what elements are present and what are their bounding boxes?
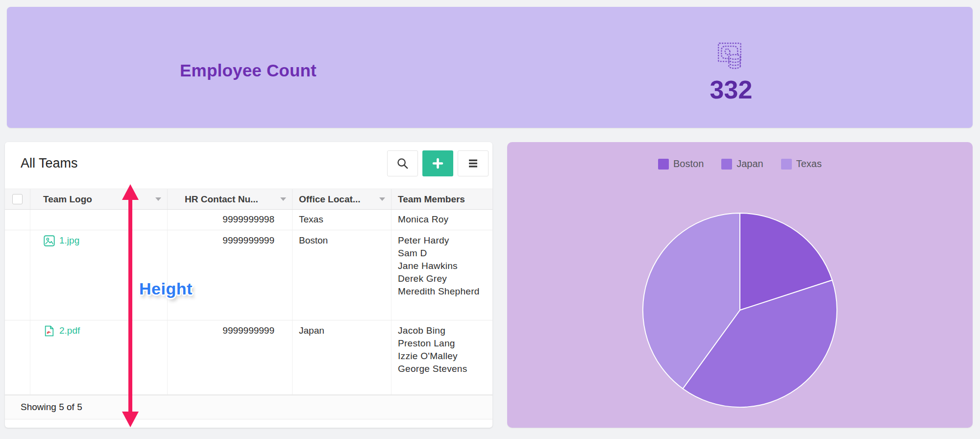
table-row[interactable]: 9999999998TexasMonica Roy	[5, 210, 492, 230]
column-label: HR Contact Nu...	[185, 194, 258, 205]
pie-chart-panel: BostonJapanTexas	[507, 142, 973, 428]
height-arrow-shaft	[128, 198, 132, 413]
table-header-row: Team LogoHR Contact Nu...Office Locat...…	[5, 189, 492, 210]
chart-legend: BostonJapanTexas	[507, 158, 973, 170]
member-name: Izzie O'Malley	[398, 350, 492, 363]
table-body: 9999999998TexasMonica Roy1.jpg9999999999…	[5, 210, 492, 395]
height-annotation-label: Height	[139, 279, 193, 298]
employee-count-title: Employee Count	[7, 7, 490, 128]
office-location-cell: Texas	[293, 210, 392, 230]
file-name: 2.pdf	[59, 324, 80, 337]
member-name: Sam D	[398, 247, 492, 260]
member-name: Meredith Shepherd	[398, 285, 492, 298]
team-logo-cell	[30, 210, 168, 230]
hr-contact-cell: 9999999999	[168, 320, 293, 394]
employee-count-value-group: 332	[490, 7, 973, 128]
team-logo-cell: 2.pdf	[30, 320, 168, 394]
file-name: 1.jpg	[59, 234, 79, 247]
sort-caret-icon[interactable]	[280, 197, 286, 201]
table-row[interactable]: 2.pdf9999999999JapanJacob BingPreston La…	[5, 320, 492, 395]
menu-icon	[466, 157, 480, 170]
office-location-cell: Japan	[293, 320, 392, 394]
column-header-team-members[interactable]: Team Members	[392, 189, 492, 209]
office-location-cell: Boston	[293, 230, 392, 320]
member-name: Preston Lang	[398, 337, 492, 350]
all-teams-table-card: All Teams Team LogoHR Contact Nu...Offic…	[5, 142, 492, 428]
plus-icon	[431, 157, 444, 170]
member-name: Derek Grey	[398, 272, 492, 285]
legend-label: Boston	[673, 158, 704, 170]
table-title: All Teams	[21, 156, 78, 171]
hr-contact-cell: 9999999999	[168, 230, 293, 320]
legend-label: Texas	[796, 158, 822, 170]
sort-caret-icon[interactable]	[155, 197, 161, 201]
legend-item-japan[interactable]: Japan	[721, 158, 763, 170]
table-row[interactable]: 1.jpg9999999999BostonPeter HardySam DJan…	[5, 230, 492, 320]
select-all-checkbox[interactable]	[12, 194, 23, 204]
team-members-cell: Jacob BingPreston LangIzzie O'MalleyGeor…	[392, 320, 492, 394]
legend-swatch	[721, 159, 732, 170]
member-name: Jacob Bing	[398, 324, 492, 337]
dashboard-page: { "colors": { "accent_teal": "#2dbe97", …	[0, 0, 980, 439]
legend-swatch	[658, 159, 669, 170]
column-label: Team Members	[398, 194, 465, 205]
legend-label: Japan	[736, 158, 763, 170]
sort-caret-icon[interactable]	[379, 197, 385, 201]
employee-count-value: 332	[710, 75, 753, 104]
hr-contact-cell: 9999999998	[168, 210, 293, 230]
search-icon	[396, 157, 409, 170]
row-checkbox-cell	[5, 230, 30, 320]
team-logo-cell: 1.jpg	[30, 230, 168, 320]
search-button[interactable]	[387, 150, 418, 176]
row-count-label: Showing 5 of 5	[21, 402, 82, 413]
column-label: Team Logo	[43, 194, 92, 205]
column-header-team-logo[interactable]: Team Logo	[30, 189, 168, 209]
table-footer: Showing 5 of 5	[5, 395, 492, 419]
member-name: Peter Hardy	[398, 234, 492, 247]
column-header-office-locat[interactable]: Office Locat...	[293, 189, 392, 209]
pie-chart	[638, 208, 842, 412]
pdf-file-icon	[43, 325, 55, 337]
row-checkbox-cell	[5, 320, 30, 394]
member-name: Monica Roy	[398, 213, 492, 226]
member-name: Jane Hawkins	[398, 260, 492, 272]
legend-swatch	[781, 159, 792, 170]
team-members-cell: Monica Roy	[392, 210, 492, 230]
team-logo-link[interactable]: 1.jpg	[43, 234, 167, 247]
column-label: Office Locat...	[299, 194, 361, 205]
column-header-hr-contact-nu[interactable]: HR Contact Nu...	[168, 189, 293, 209]
money-icon	[717, 40, 745, 70]
legend-item-boston[interactable]: Boston	[658, 158, 704, 170]
row-checkbox-cell	[5, 210, 30, 230]
table-toolbar	[387, 150, 489, 176]
menu-button[interactable]	[458, 150, 489, 176]
employee-count-card: Employee Count 332	[7, 7, 973, 128]
member-name: George Stevens	[398, 363, 492, 375]
team-members-cell: Peter HardySam DJane HawkinsDerek GreyMe…	[392, 230, 492, 320]
add-record-button[interactable]	[422, 150, 453, 176]
legend-item-texas[interactable]: Texas	[781, 158, 822, 170]
height-arrow-bottom-icon	[122, 412, 139, 427]
image-file-icon	[43, 235, 55, 247]
team-logo-link[interactable]: 2.pdf	[43, 324, 167, 337]
